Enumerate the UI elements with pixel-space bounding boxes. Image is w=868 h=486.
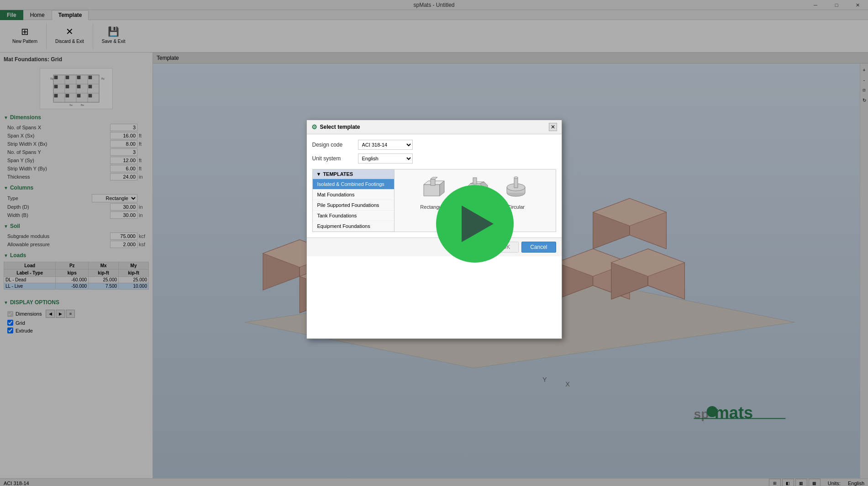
svg-rect-73 (514, 178, 518, 188)
chevron-down-icon: ▼ (316, 171, 321, 177)
select-template-modal: ⚙ Select template ✕ Design code ACI 318-… (306, 120, 562, 339)
unit-system-row: Unit system English Metric (312, 153, 556, 164)
play-button[interactable] (436, 185, 514, 263)
modal-title-text: Select template (320, 124, 360, 130)
circular-icon (500, 174, 532, 201)
modal-icon: ⚙ (311, 123, 317, 131)
design-code-label: Design code (312, 142, 353, 148)
svg-rect-62 (431, 179, 435, 185)
modal-header: ⚙ Select template ✕ (307, 120, 562, 134)
modal-close-button[interactable]: ✕ (549, 123, 557, 131)
rectangular-icon (418, 174, 450, 201)
cancel-button[interactable]: Cancel (521, 242, 556, 253)
svg-rect-67 (473, 178, 477, 184)
template-item-mat[interactable]: Mat Foundations (313, 190, 394, 200)
modal-body: Design code ACI 318-14 ACI 318-19 Unit s… (307, 134, 562, 238)
modal-overlay: ⚙ Select template ✕ Design code ACI 318-… (0, 0, 868, 486)
modal-title: ⚙ Select template (311, 123, 360, 131)
svg-point-74 (514, 177, 518, 179)
template-item-tank[interactable]: Tank Foundations (313, 211, 394, 221)
svg-marker-63 (431, 177, 437, 179)
design-code-row: Design code ACI 318-14 ACI 318-19 (312, 140, 556, 150)
unit-system-label: Unit system (312, 155, 353, 162)
templates-shapes: Rectangular (395, 169, 556, 232)
templates-header-label: TEMPLATES (323, 171, 353, 177)
template-item-isolated[interactable]: Isolated & Combined Footings (313, 179, 394, 190)
modal-footer: OK Cancel (307, 238, 562, 256)
template-item-equipment[interactable]: Equipment Foundations (313, 221, 394, 232)
svg-marker-59 (424, 185, 440, 196)
modal-templates-content: ▼ TEMPLATES Isolated & Combined Footings… (312, 169, 556, 232)
design-code-select[interactable]: ACI 318-14 ACI 318-19 (358, 140, 413, 150)
template-item-pile[interactable]: Pile Supported Foundations (313, 200, 394, 211)
templates-panel: ▼ TEMPLATES Isolated & Combined Footings… (312, 169, 395, 232)
templates-header: ▼ TEMPLATES (313, 169, 394, 179)
unit-system-select[interactable]: English Metric (358, 153, 413, 164)
play-triangle-icon (462, 206, 494, 242)
